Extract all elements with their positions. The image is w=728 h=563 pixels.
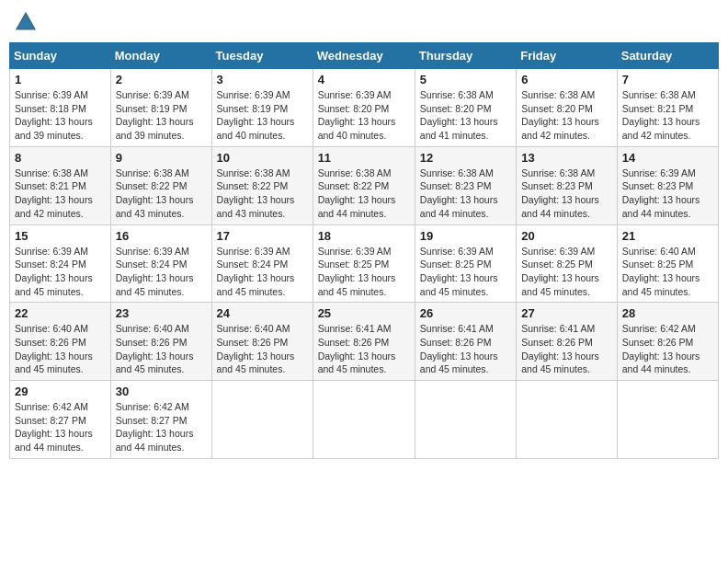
calendar-cell — [313, 381, 415, 459]
day-number: 23 — [116, 306, 207, 320]
calendar-cell: 23 Sunrise: 6:40 AM Sunset: 8:26 PM Dayl… — [110, 303, 211, 381]
weekday-header-friday: Friday — [517, 43, 618, 69]
calendar-cell: 21 Sunrise: 6:40 AM Sunset: 8:25 PM Dayl… — [617, 224, 718, 303]
calendar-cell: 24 Sunrise: 6:40 AM Sunset: 8:26 PM Dayl… — [211, 303, 313, 381]
calendar-week-2: 8 Sunrise: 6:38 AM Sunset: 8:21 PM Dayli… — [10, 146, 719, 224]
calendar-cell: 3 Sunrise: 6:39 AM Sunset: 8:19 PM Dayli… — [211, 69, 313, 147]
calendar-cell: 9 Sunrise: 6:38 AM Sunset: 8:22 PM Dayli… — [110, 146, 211, 224]
page-header — [9, 9, 719, 35]
calendar-cell: 2 Sunrise: 6:39 AM Sunset: 8:19 PM Dayli… — [110, 69, 211, 147]
day-info: Sunrise: 6:38 AM Sunset: 8:23 PM Dayligh… — [521, 167, 612, 221]
day-info: Sunrise: 6:41 AM Sunset: 8:26 PM Dayligh… — [420, 322, 511, 376]
weekday-header-sunday: Sunday — [10, 43, 111, 69]
day-number: 25 — [318, 306, 410, 320]
day-number: 9 — [116, 151, 207, 165]
day-info: Sunrise: 6:39 AM Sunset: 8:19 PM Dayligh… — [217, 88, 308, 143]
calendar-cell: 30 Sunrise: 6:42 AM Sunset: 8:27 PM Dayl… — [110, 381, 211, 459]
calendar-week-5: 29 Sunrise: 6:42 AM Sunset: 8:27 PM Dayl… — [10, 381, 719, 459]
day-number: 28 — [622, 306, 713, 320]
day-number: 1 — [15, 73, 106, 86]
day-number: 20 — [521, 229, 612, 243]
day-number: 5 — [420, 73, 511, 86]
day-info: Sunrise: 6:39 AM Sunset: 8:23 PM Dayligh… — [622, 167, 713, 221]
day-number: 12 — [420, 151, 511, 165]
day-info: Sunrise: 6:41 AM Sunset: 8:26 PM Dayligh… — [318, 322, 410, 376]
calendar-cell: 13 Sunrise: 6:38 AM Sunset: 8:23 PM Dayl… — [517, 146, 618, 224]
calendar-cell: 15 Sunrise: 6:39 AM Sunset: 8:24 PM Dayl… — [10, 224, 111, 303]
calendar-table: SundayMondayTuesdayWednesdayThursdayFrid… — [9, 42, 719, 459]
logo-icon — [13, 9, 39, 35]
calendar-cell: 20 Sunrise: 6:39 AM Sunset: 8:25 PM Dayl… — [517, 224, 618, 303]
day-info: Sunrise: 6:39 AM Sunset: 8:24 PM Dayligh… — [217, 245, 308, 299]
day-info: Sunrise: 6:38 AM Sunset: 8:21 PM Dayligh… — [15, 167, 106, 221]
calendar-cell: 22 Sunrise: 6:40 AM Sunset: 8:26 PM Dayl… — [10, 303, 111, 381]
day-info: Sunrise: 6:40 AM Sunset: 8:25 PM Dayligh… — [622, 245, 713, 299]
calendar-cell: 6 Sunrise: 6:38 AM Sunset: 8:20 PM Dayli… — [517, 69, 618, 147]
day-number: 15 — [15, 229, 106, 243]
calendar-cell: 7 Sunrise: 6:38 AM Sunset: 8:21 PM Dayli… — [617, 69, 718, 147]
calendar-cell: 18 Sunrise: 6:39 AM Sunset: 8:25 PM Dayl… — [313, 224, 415, 303]
calendar-cell: 12 Sunrise: 6:38 AM Sunset: 8:23 PM Dayl… — [415, 146, 516, 224]
day-info: Sunrise: 6:39 AM Sunset: 8:24 PM Dayligh… — [116, 245, 207, 299]
calendar-week-1: 1 Sunrise: 6:39 AM Sunset: 8:18 PM Dayli… — [10, 69, 719, 147]
day-number: 29 — [15, 385, 106, 398]
calendar-cell: 26 Sunrise: 6:41 AM Sunset: 8:26 PM Dayl… — [415, 303, 516, 381]
calendar-cell: 25 Sunrise: 6:41 AM Sunset: 8:26 PM Dayl… — [313, 303, 415, 381]
day-info: Sunrise: 6:39 AM Sunset: 8:25 PM Dayligh… — [420, 245, 511, 299]
calendar-cell — [415, 381, 516, 459]
day-number: 8 — [15, 151, 106, 165]
day-number: 19 — [420, 229, 511, 243]
day-number: 11 — [318, 151, 410, 165]
calendar-cell: 8 Sunrise: 6:38 AM Sunset: 8:21 PM Dayli… — [10, 146, 111, 224]
calendar-cell — [211, 381, 313, 459]
weekday-header-wednesday: Wednesday — [313, 43, 415, 69]
day-number: 13 — [521, 151, 612, 165]
calendar-cell: 14 Sunrise: 6:39 AM Sunset: 8:23 PM Dayl… — [617, 146, 718, 224]
logo — [13, 9, 40, 35]
day-info: Sunrise: 6:40 AM Sunset: 8:26 PM Dayligh… — [15, 322, 106, 376]
calendar-cell: 11 Sunrise: 6:38 AM Sunset: 8:22 PM Dayl… — [313, 146, 415, 224]
day-number: 21 — [622, 229, 713, 243]
calendar-cell: 10 Sunrise: 6:38 AM Sunset: 8:22 PM Dayl… — [211, 146, 313, 224]
day-number: 16 — [116, 229, 207, 243]
day-number: 26 — [420, 306, 511, 320]
day-number: 30 — [116, 385, 207, 398]
calendar-cell — [517, 381, 618, 459]
weekday-header-monday: Monday — [110, 43, 211, 69]
day-number: 27 — [521, 306, 612, 320]
day-info: Sunrise: 6:39 AM Sunset: 8:25 PM Dayligh… — [521, 245, 612, 299]
day-info: Sunrise: 6:42 AM Sunset: 8:27 PM Dayligh… — [15, 400, 106, 454]
weekday-header-thursday: Thursday — [415, 43, 516, 69]
day-number: 6 — [521, 73, 612, 86]
day-number: 22 — [15, 306, 106, 320]
weekday-header-row: SundayMondayTuesdayWednesdayThursdayFrid… — [10, 43, 719, 69]
day-info: Sunrise: 6:41 AM Sunset: 8:26 PM Dayligh… — [521, 322, 612, 376]
day-number: 18 — [318, 229, 410, 243]
day-number: 14 — [622, 151, 713, 165]
day-info: Sunrise: 6:42 AM Sunset: 8:26 PM Dayligh… — [622, 322, 713, 376]
day-info: Sunrise: 6:42 AM Sunset: 8:27 PM Dayligh… — [116, 400, 207, 454]
day-info: Sunrise: 6:39 AM Sunset: 8:20 PM Dayligh… — [318, 88, 410, 143]
day-info: Sunrise: 6:38 AM Sunset: 8:23 PM Dayligh… — [420, 167, 511, 221]
day-info: Sunrise: 6:38 AM Sunset: 8:20 PM Dayligh… — [521, 88, 612, 143]
day-number: 2 — [116, 73, 207, 86]
day-info: Sunrise: 6:39 AM Sunset: 8:18 PM Dayligh… — [15, 88, 106, 143]
day-info: Sunrise: 6:38 AM Sunset: 8:22 PM Dayligh… — [318, 167, 410, 221]
day-number: 17 — [217, 229, 308, 243]
calendar-week-4: 22 Sunrise: 6:40 AM Sunset: 8:26 PM Dayl… — [10, 303, 719, 381]
calendar-cell: 28 Sunrise: 6:42 AM Sunset: 8:26 PM Dayl… — [617, 303, 718, 381]
calendar-cell: 19 Sunrise: 6:39 AM Sunset: 8:25 PM Dayl… — [415, 224, 516, 303]
calendar-cell: 4 Sunrise: 6:39 AM Sunset: 8:20 PM Dayli… — [313, 69, 415, 147]
calendar-cell: 29 Sunrise: 6:42 AM Sunset: 8:27 PM Dayl… — [10, 381, 111, 459]
calendar-cell — [617, 381, 718, 459]
day-number: 10 — [217, 151, 308, 165]
day-number: 24 — [217, 306, 308, 320]
day-info: Sunrise: 6:39 AM Sunset: 8:25 PM Dayligh… — [318, 245, 410, 299]
day-info: Sunrise: 6:38 AM Sunset: 8:21 PM Dayligh… — [622, 88, 713, 143]
calendar-cell: 27 Sunrise: 6:41 AM Sunset: 8:26 PM Dayl… — [517, 303, 618, 381]
day-number: 3 — [217, 73, 308, 86]
weekday-header-tuesday: Tuesday — [211, 43, 313, 69]
calendar-cell: 1 Sunrise: 6:39 AM Sunset: 8:18 PM Dayli… — [10, 69, 111, 147]
calendar-cell: 5 Sunrise: 6:38 AM Sunset: 8:20 PM Dayli… — [415, 69, 516, 147]
day-info: Sunrise: 6:38 AM Sunset: 8:22 PM Dayligh… — [217, 167, 308, 221]
